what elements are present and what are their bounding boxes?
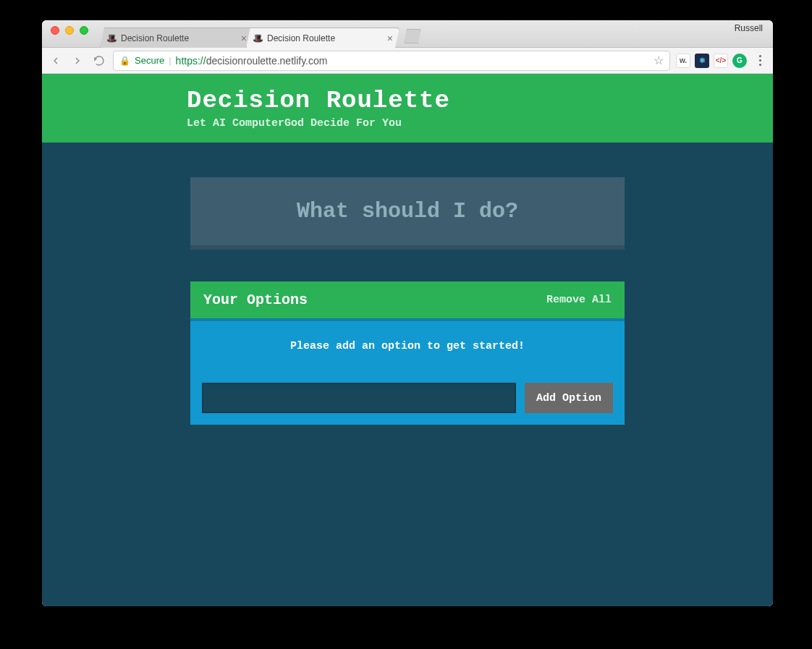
reload-button[interactable] xyxy=(91,53,107,69)
close-tab-icon[interactable]: × xyxy=(387,33,393,43)
tab-strip: 🎩 Decision Roulette × 🎩 Decision Roulett… xyxy=(100,20,421,48)
browser-menu-button[interactable] xyxy=(753,55,767,66)
extension-icon[interactable]: G xyxy=(732,54,747,68)
browser-toolbar: 🔒 Secure | https://decisionroulette.netl… xyxy=(42,48,773,74)
window-titlebar: 🎩 Decision Roulette × 🎩 Decision Roulett… xyxy=(42,20,773,48)
remove-all-button[interactable]: Remove All xyxy=(546,294,612,306)
new-tab-button[interactable] xyxy=(404,29,421,43)
extension-icon[interactable]: ⚛ xyxy=(695,54,709,68)
favicon-icon: 🎩 xyxy=(253,33,263,43)
tab-title: Decision Roulette xyxy=(267,33,335,43)
forward-button[interactable] xyxy=(69,53,85,69)
tab-active[interactable]: 🎩 Decision Roulette × xyxy=(246,27,399,48)
back-button[interactable] xyxy=(48,53,64,69)
close-window-button[interactable] xyxy=(51,26,59,35)
add-option-button[interactable]: Add Option xyxy=(525,383,613,413)
extension-icon[interactable]: w. xyxy=(676,54,690,68)
bookmark-star-icon[interactable]: ☆ xyxy=(654,54,664,67)
options-heading: Your Options xyxy=(203,292,308,308)
browser-window: 🎩 Decision Roulette × 🎩 Decision Roulett… xyxy=(42,20,773,606)
app-header: Decision Roulette Let AI ComputerGod Dec… xyxy=(42,74,773,143)
extensions: w. ⚛ </> G xyxy=(676,54,747,68)
page-viewport: Decision Roulette Let AI ComputerGod Dec… xyxy=(42,74,773,606)
traffic-lights xyxy=(42,20,88,35)
content-container: What should I do? Your Options Remove Al… xyxy=(190,177,625,425)
options-empty-message: Please add an option to get started! xyxy=(190,318,625,371)
minimize-window-button[interactable] xyxy=(65,26,74,35)
url-text: https://decisionroulette.netlify.com xyxy=(176,55,328,67)
profile-name[interactable]: Russell xyxy=(735,23,763,33)
extension-icon[interactable]: </> xyxy=(714,54,728,68)
option-input[interactable] xyxy=(202,383,516,413)
decide-button[interactable]: What should I do? xyxy=(190,177,625,245)
lock-icon: 🔒 xyxy=(119,56,130,66)
secure-label: Secure xyxy=(135,55,164,66)
favicon-icon: 🎩 xyxy=(106,33,117,43)
maximize-window-button[interactable] xyxy=(80,26,88,35)
add-option-form: Add Option xyxy=(190,371,625,425)
address-bar[interactable]: 🔒 Secure | https://decisionroulette.netl… xyxy=(113,51,670,71)
app-subtitle: Let AI ComputerGod Decide For You xyxy=(187,117,773,130)
close-tab-icon[interactable]: × xyxy=(241,33,247,43)
app-title: Decision Roulette xyxy=(187,87,773,114)
options-panel: Your Options Remove All Please add an op… xyxy=(190,281,625,425)
options-header: Your Options Remove All xyxy=(190,281,625,318)
tab-title: Decision Roulette xyxy=(121,33,189,43)
tab-inactive[interactable]: 🎩 Decision Roulette × xyxy=(100,27,253,48)
